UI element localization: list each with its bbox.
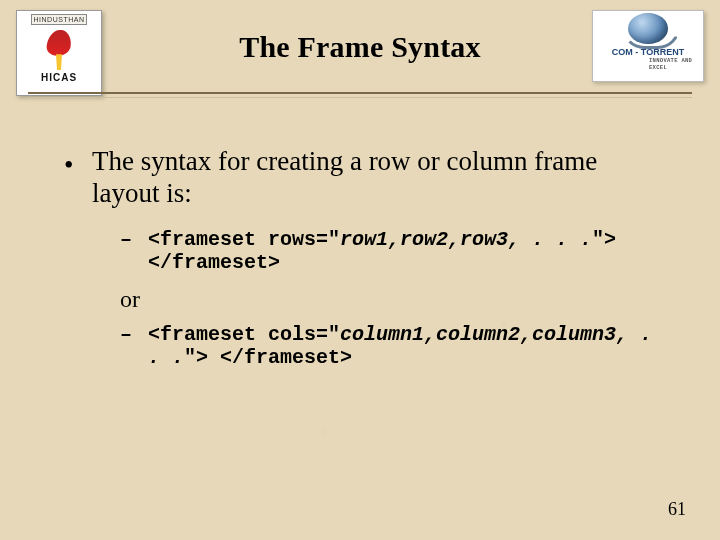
code-row-example: – <frameset rows="row1,row2,row3, . . ."… [64,228,656,274]
hicas-logo-text-top: HINDUSTHAN [31,14,88,25]
page-number: 61 [668,499,686,520]
header-divider [28,92,692,98]
flame-icon [46,30,73,56]
com-torrent-logo: COM - TORRENT INNOVATE AND EXCEL [592,10,704,82]
dash-icon: – [120,228,134,274]
code-col-text: <frameset cols="column1,column2,column3,… [148,323,656,369]
com-torrent-tagline: INNOVATE AND EXCEL [593,58,703,71]
bullet-main: • The syntax for creating a row or colum… [64,146,656,210]
bullet-dot-icon: • [64,146,78,210]
slide-body: • The syntax for creating a row or colum… [0,98,720,369]
globe-icon [628,13,668,44]
hicas-logo-text-bottom: HICAS [41,72,77,83]
slide-header: HINDUSTHAN HICAS COM - TORRENT INNOVATE … [0,0,720,98]
or-separator: or [64,286,656,313]
bullet-text: The syntax for creating a row or column … [92,146,656,210]
code-row-text: <frameset rows="row1,row2,row3, . . ."> … [148,228,656,274]
hicas-logo: HINDUSTHAN HICAS [16,10,102,96]
dash-icon: – [120,323,134,369]
torch-icon [54,54,64,70]
swoosh-icon [622,27,680,49]
code-col-example: – <frameset cols="column1,column2,column… [64,323,656,369]
